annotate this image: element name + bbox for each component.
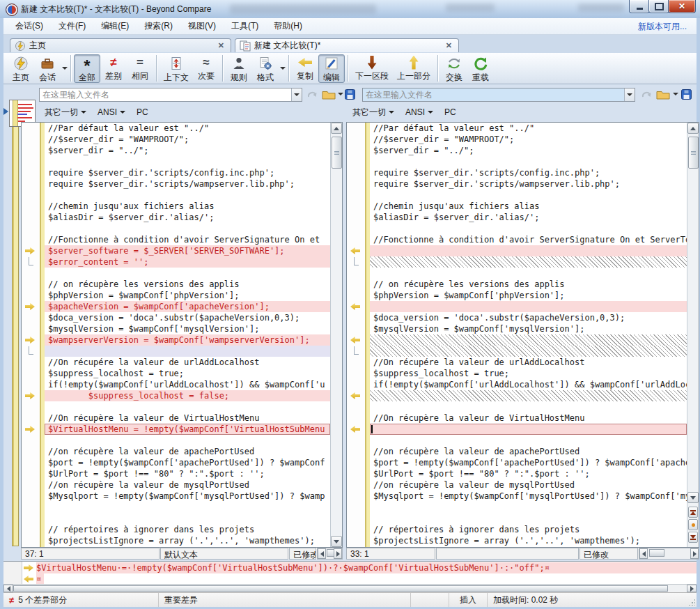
- code-line[interactable]: $UrlPort = $port !== "80" ? ":".$port : …: [45, 468, 330, 479]
- scroll-left-button[interactable]: [639, 548, 648, 559]
- scroll-thumb[interactable]: [327, 549, 334, 557]
- code-line[interactable]: [370, 245, 687, 256]
- code-line[interactable]: //on récupère la valeur de apachePortUse…: [370, 446, 687, 457]
- code-line[interactable]: [370, 513, 687, 524]
- maximize-button[interactable]: [648, 0, 669, 13]
- update-available-link[interactable]: 新版本可用...: [638, 21, 687, 33]
- left-save-icon[interactable]: [345, 89, 355, 100]
- code-line[interactable]: [370, 334, 687, 346]
- scroll-thumb[interactable]: [649, 549, 664, 557]
- toolbar-button-交换[interactable]: 交换: [441, 54, 467, 83]
- tab-home[interactable]: 主页✕: [10, 38, 231, 52]
- code-line[interactable]: $port = !empty($wampConf['apachePortUsed…: [370, 457, 687, 468]
- code-line[interactable]: //On récupère la valeur de VirtualHostMe…: [45, 413, 330, 424]
- code-line[interactable]: //on récupère la valeur de mysqlPortUsed: [45, 479, 330, 491]
- code-line[interactable]: [45, 502, 330, 513]
- scroll-down-button[interactable]: [687, 492, 699, 503]
- scroll-thumb[interactable]: [688, 137, 699, 169]
- detail-line[interactable]: ¤: [22, 573, 697, 584]
- toolbar-button-主页[interactable]: 主页: [8, 54, 34, 83]
- left-format-ANSI[interactable]: ANSI: [98, 107, 132, 117]
- scroll-right-button[interactable]: [690, 548, 699, 559]
- code-line[interactable]: //Fonctionne à condition d'avoir ServerS…: [45, 234, 330, 245]
- code-line[interactable]: //chemin jusqu'aux fichiers alias: [45, 201, 330, 212]
- right-open-dropdown-icon[interactable]: [673, 93, 678, 95]
- copy-to-right-marker-icon[interactable]: [25, 426, 35, 433]
- code-line[interactable]: [45, 268, 330, 279]
- code-line[interactable]: // répertoires à ignorer dans les projet…: [45, 524, 330, 535]
- copy-to-left-marker-icon[interactable]: [350, 426, 360, 433]
- copy-to-left-marker-icon[interactable]: [350, 392, 360, 399]
- code-line[interactable]: [45, 156, 330, 167]
- right-file-input[interactable]: [363, 88, 624, 101]
- code-line[interactable]: [370, 502, 687, 513]
- toolbar-button-相同[interactable]: =相同: [127, 54, 153, 83]
- scroll-up-button[interactable]: [687, 123, 699, 134]
- right-code-editor[interactable]: //Par défaut la valeur est "../"//$serve…: [370, 123, 687, 547]
- scroll-left-button[interactable]: [3, 585, 13, 592]
- tab-close-icon[interactable]: ✕: [216, 41, 226, 50]
- code-line[interactable]: //$server_dir = "WAMPROOT/";: [370, 134, 687, 145]
- center-current-button[interactable]: [688, 519, 698, 530]
- toolbar-button-上一部分[interactable]: 上一部分: [393, 54, 435, 83]
- code-line[interactable]: //$server_dir = "WAMPROOT/";: [45, 134, 330, 145]
- code-line[interactable]: [45, 401, 330, 413]
- code-line[interactable]: $suppress_localhost = false;: [45, 390, 330, 401]
- copy-to-right-marker-icon[interactable]: [25, 247, 35, 254]
- left-file-input[interactable]: [40, 88, 291, 101]
- toolbar-button-会话[interactable]: 会话: [34, 54, 61, 83]
- code-line[interactable]: [370, 301, 687, 312]
- left-format-其它一切[interactable]: 其它一切: [45, 107, 93, 118]
- code-line[interactable]: //Par défaut la valeur est "../": [370, 123, 687, 134]
- code-line[interactable]: [45, 346, 330, 357]
- code-line[interactable]: $server_dir = "../";: [370, 145, 687, 156]
- code-line[interactable]: // on récupère les versions des applis: [370, 279, 687, 290]
- code-line[interactable]: $error_content = '';: [45, 256, 330, 268]
- code-line[interactable]: [370, 156, 687, 167]
- code-line[interactable]: $doca_version = 'doca'.substr($apacheVer…: [370, 312, 687, 323]
- copy-to-right-marker-icon[interactable]: [25, 303, 35, 310]
- scroll-thumb[interactable]: [13, 585, 668, 592]
- code-line[interactable]: [370, 346, 687, 357]
- right-format-PC[interactable]: PC: [444, 107, 463, 117]
- scroll-right-button[interactable]: [334, 548, 342, 559]
- code-line[interactable]: [45, 513, 330, 524]
- code-line[interactable]: $VirtualHostMenu = !empty($wampConf['Vir…: [45, 424, 330, 435]
- code-line[interactable]: [370, 256, 687, 268]
- minimize-button[interactable]: [629, 0, 650, 13]
- code-line[interactable]: //on récupère la valeur de mysqlPortUsed: [370, 479, 687, 491]
- code-line[interactable]: $mysqlVersion = $wampConf['mysqlVersion'…: [370, 323, 687, 334]
- left-format-PC[interactable]: PC: [137, 107, 155, 117]
- copy-to-left-marker-icon[interactable]: [350, 303, 360, 310]
- code-line[interactable]: require $server_dir.'scripts/wampserver.…: [45, 178, 330, 190]
- code-line[interactable]: [370, 390, 687, 401]
- code-line[interactable]: $Mysqlport = !empty($wampConf['mysqlPort…: [370, 491, 687, 502]
- copy-to-left-marker-icon[interactable]: [350, 337, 360, 344]
- copy-to-left-marker-icon[interactable]: [350, 247, 360, 254]
- toolbar-button-差别[interactable]: ≠差别: [100, 54, 127, 83]
- right-open-folder-icon[interactable]: [656, 89, 670, 100]
- code-line[interactable]: require $server_dir.'scripts/config.inc.…: [370, 167, 687, 178]
- code-line[interactable]: //Fonctionne à condition d'avoir ServerS…: [370, 234, 687, 245]
- scroll-down-button[interactable]: [331, 536, 342, 547]
- menu-item[interactable]: 视图(V): [180, 18, 224, 34]
- code-line[interactable]: $wampserverVersion = $wampConf['wampserv…: [45, 334, 330, 346]
- right-format-其它一切[interactable]: 其它一切: [352, 107, 401, 118]
- code-line[interactable]: [370, 190, 687, 201]
- scroll-left-button[interactable]: [318, 548, 326, 559]
- code-line[interactable]: $phpVersion = $wampConf['phpVersion'];: [45, 290, 330, 301]
- code-line[interactable]: $phpVersion = $wampConf['phpVersion'];: [370, 290, 687, 301]
- code-line[interactable]: [370, 223, 687, 234]
- toolbar-button-重载[interactable]: 重载: [467, 54, 494, 83]
- code-line[interactable]: //on récupère la valeur de apachePortUse…: [45, 446, 330, 457]
- detail-line[interactable]: $VirtualHostMenu·=·!empty($wampConf['Vir…: [22, 562, 697, 573]
- code-line[interactable]: $aliasDir = $server_dir.'alias/';: [370, 212, 687, 223]
- left-swap-sides-icon[interactable]: [306, 89, 318, 100]
- code-line[interactable]: //On récupére la valeur de urlAddLocalho…: [45, 357, 330, 368]
- code-line[interactable]: $mysqlVersion = $wampConf['mysqlVersion'…: [45, 323, 330, 334]
- copy-to-right-marker-icon[interactable]: [25, 392, 35, 399]
- code-line[interactable]: $doca_version = 'doca'.substr($apacheVer…: [45, 312, 330, 323]
- scroll-right-button[interactable]: [687, 585, 697, 592]
- toolbar-button-规则[interactable]: 规则: [226, 54, 252, 83]
- copy-to-right-marker-icon[interactable]: [25, 337, 35, 344]
